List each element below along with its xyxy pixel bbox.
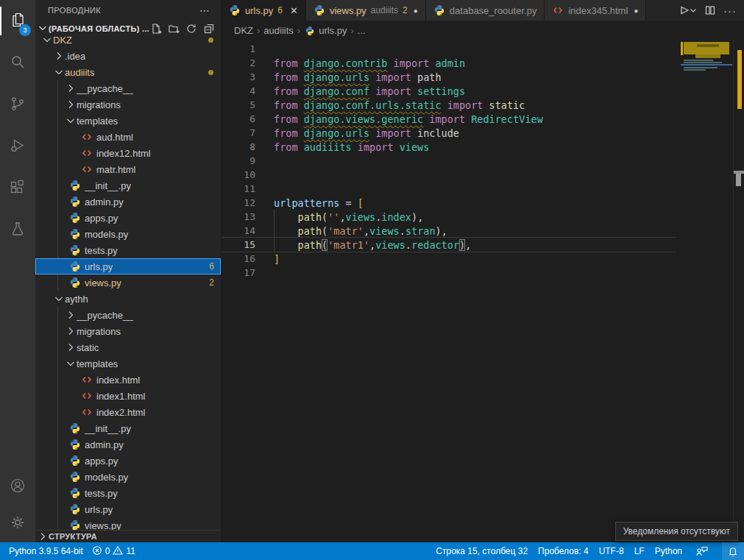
minimap-warning-strip: [681, 42, 683, 55]
breadcrumb-item-urls.py[interactable]: urls.py: [304, 25, 347, 37]
tree-item-models.py[interactable]: models.py: [35, 226, 221, 242]
code-line-1[interactable]: 1: [222, 42, 676, 56]
line-text: from django.conf.urls.static import stat…: [274, 99, 525, 111]
workspace-section-header[interactable]: (РАБОЧАЯ ОБЛАСТЬ) ...: [35, 21, 221, 37]
activity-bar-item-source-control[interactable]: [0, 84, 35, 126]
tree-item-__pycache__[interactable]: __pycache__: [35, 307, 221, 323]
tree-item-index1.html[interactable]: index1.html: [35, 388, 221, 404]
python-version-status[interactable]: Python 3.9.5 64-bit: [9, 546, 83, 556]
tree-item-static[interactable]: static: [35, 339, 221, 355]
tree-item-__init__.py[interactable]: __init__.py: [35, 420, 221, 436]
language-mode-status[interactable]: Python: [655, 546, 682, 556]
breadcrumb-item-audiiits[interactable]: audiiits: [263, 25, 293, 36]
tree-item-urls.py[interactable]: urls.py: [35, 501, 221, 517]
breadcrumb-separator: ›: [255, 25, 261, 36]
tree-item-templates[interactable]: templates: [35, 355, 221, 372]
tree-item-aud.html[interactable]: aud.html: [35, 129, 221, 145]
code-line-3[interactable]: 3from django.urls import path: [222, 70, 676, 84]
tree-item-views.py[interactable]: views.py2: [35, 274, 221, 291]
tree-item-urls.py[interactable]: urls.py6: [35, 258, 221, 274]
problems-status[interactable]: 0 11: [92, 545, 135, 558]
tab-views.py[interactable]: views.pyaudiiits2●: [306, 0, 426, 21]
editor-code-area[interactable]: 12from django.contrib import admin3from …: [222, 40, 744, 542]
code-line-13[interactable]: 13 path('',views.index),: [222, 210, 676, 224]
code-line-4[interactable]: 4from django.conf import settings: [222, 84, 676, 98]
tree-item-templates[interactable]: templates: [35, 113, 221, 129]
run-button[interactable]: [678, 4, 697, 16]
feedback-icon[interactable]: [692, 542, 712, 560]
activity-bar-item-extensions[interactable]: [0, 168, 35, 210]
line-text: from django.urls import path: [274, 71, 442, 83]
code-line-2[interactable]: 2from django.contrib import admin: [222, 56, 676, 70]
overview-ruler[interactable]: [733, 40, 744, 542]
tree-item-DKZ[interactable]: DKZ: [35, 37, 221, 48]
python-icon: [69, 196, 81, 208]
tree-item-admin.py[interactable]: admin.py: [35, 194, 221, 210]
modified-dot: [208, 70, 213, 75]
outline-section-header[interactable]: СТРУКТУРА: [35, 530, 221, 542]
tab-urls.py[interactable]: urls.py6✕: [222, 0, 306, 21]
tree-item-index2.html[interactable]: index2.html: [35, 404, 221, 420]
tree-item-.idea[interactable]: .idea: [35, 48, 221, 64]
new-file-icon[interactable]: [149, 21, 163, 36]
code-line-17[interactable]: 17: [222, 266, 676, 280]
tree-item-migrations[interactable]: migrations: [35, 323, 221, 339]
tree-item-index12.html[interactable]: index12.html: [35, 145, 221, 161]
code-line-9[interactable]: 9: [222, 154, 676, 168]
chevron-down-icon: [41, 37, 53, 46]
code-line-5[interactable]: 5from django.conf.urls.static import sta…: [222, 98, 676, 112]
eol-status[interactable]: LF: [634, 546, 645, 556]
refresh-icon[interactable]: [184, 21, 199, 36]
bell-icon[interactable]: [722, 542, 744, 560]
activity-bar-item-search[interactable]: [0, 42, 35, 84]
indentation-status[interactable]: Пробелов: 4: [538, 546, 589, 556]
code-line-10[interactable]: 10: [222, 168, 676, 182]
close-icon[interactable]: ✕: [290, 5, 298, 16]
activity-bar-item-testing[interactable]: [0, 210, 35, 252]
new-folder-icon[interactable]: [166, 21, 181, 36]
tree-item-apps.py[interactable]: apps.py: [35, 210, 221, 226]
tree-item-tests.py[interactable]: tests.py: [35, 485, 221, 501]
tree-item-label: views.py: [85, 277, 121, 288]
tree-item-__init__.py[interactable]: __init__.py: [35, 177, 221, 194]
cursor-position-status[interactable]: Строка 15, столбец 32: [436, 546, 528, 556]
activity-bar-item-settings[interactable]: [0, 506, 35, 542]
code-line-7[interactable]: 7from django.urls import include: [222, 126, 676, 140]
tree-item-matr.html[interactable]: matr.html: [35, 161, 221, 177]
code-line-16[interactable]: 16]: [222, 252, 676, 266]
tree-item-apps.py[interactable]: apps.py: [35, 453, 221, 469]
tree-item-admin.py[interactable]: admin.py: [35, 436, 221, 453]
activity-bar-item-run-debug[interactable]: [0, 126, 35, 168]
tree-item-models.py[interactable]: models.py: [35, 469, 221, 485]
code-line-6[interactable]: 6from django.views.generic import Redire…: [222, 112, 676, 126]
code-line-14[interactable]: 14 path('matr',views.stran),: [222, 224, 676, 238]
collapse-all-icon[interactable]: [202, 21, 216, 36]
tree-item-aythh[interactable]: aythh: [35, 291, 221, 307]
tree-item-views.py[interactable]: views.py: [35, 517, 221, 530]
breadcrumb-item-...[interactable]: ...: [358, 25, 366, 36]
code-line-15[interactable]: 15 path('matr1',views.redactor),: [222, 238, 676, 252]
tab-database_roouter.py[interactable]: database_roouter.py: [426, 0, 545, 21]
activity-bar: 3: [0, 0, 35, 542]
tree-item-__pycache__[interactable]: __pycache__: [35, 80, 221, 96]
tree-item-audiiits[interactable]: audiiits: [35, 64, 221, 80]
tree-item-tests.py[interactable]: tests.py: [35, 242, 221, 258]
encoding-status[interactable]: UTF-8: [599, 546, 624, 556]
tree-item-index.html[interactable]: index.html: [35, 372, 221, 388]
code-line-8[interactable]: 8from audiiits import views: [222, 140, 676, 154]
chevron-right-icon: [65, 99, 77, 110]
split-editor-button[interactable]: [704, 4, 716, 16]
more-actions-icon[interactable]: ⋯: [199, 4, 210, 16]
activity-bar-item-explorer[interactable]: 3: [0, 0, 35, 42]
activity-bar-item-account[interactable]: [0, 469, 35, 506]
code-line-12[interactable]: 12urlpatterns = [: [222, 196, 676, 210]
more-actions-button[interactable]: ···: [723, 4, 737, 17]
tab-index345.html[interactable]: index345.html●: [545, 0, 646, 21]
breadcrumb-item-DKZ[interactable]: DKZ: [234, 25, 253, 36]
minimap-code-line: [684, 60, 713, 61]
code-line-11[interactable]: 11: [222, 182, 676, 196]
tree-item-migrations[interactable]: migrations: [35, 96, 221, 113]
tree-item-label: templates: [77, 358, 118, 369]
tree-item-label: index1.html: [96, 391, 145, 402]
minimap[interactable]: [681, 40, 732, 129]
